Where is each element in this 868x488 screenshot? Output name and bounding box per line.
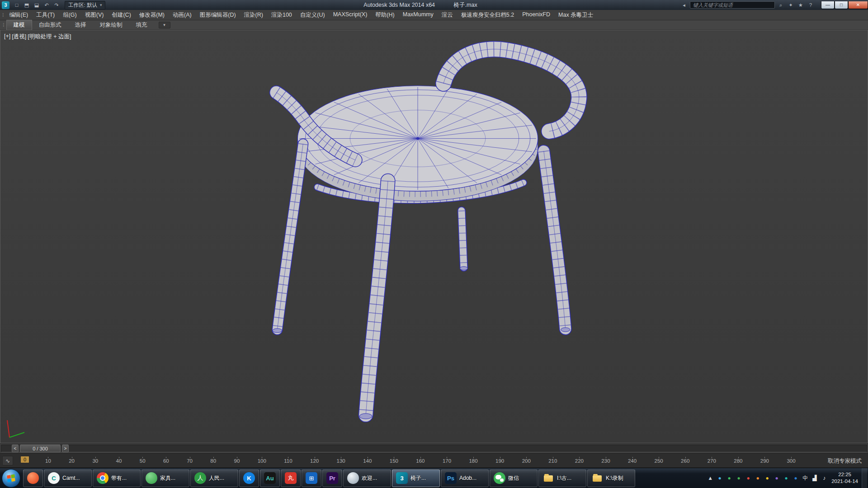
cancel-expert-mode-button[interactable]: 取消专家模式	[828, 457, 862, 465]
3dsmax-logo-icon[interactable]: 3	[2, 1, 9, 9]
menu-item[interactable]: Max 杀毒卫士	[554, 10, 597, 20]
green1-button[interactable]: 家具...	[142, 469, 189, 487]
mini-curve-editor-icon[interactable]: ∿	[2, 456, 13, 465]
ruler-tick-label: 130	[337, 457, 345, 464]
taskbar-clock[interactable]: 22:25 2021-04-14	[831, 471, 858, 485]
photoshop-button[interactable]: PsAdob...	[441, 469, 489, 487]
toolbar-drag-handle-icon[interactable]: ⁞⁞	[0, 13, 5, 18]
menu-item[interactable]: 创建(C)	[108, 10, 135, 20]
ruler-tick-label: 60	[163, 457, 169, 464]
camtasia-button[interactable]: CCamt...	[44, 469, 92, 487]
tray-orange-icon[interactable]: ●	[753, 473, 762, 483]
maximize-button[interactable]: □	[835, 1, 848, 9]
search-icon[interactable]: ⌕	[777, 1, 785, 9]
track-bar[interactable]: ∿ 0 102030405060708090100110120130140150…	[0, 453, 868, 468]
menu-item[interactable]: 组(G)	[59, 10, 81, 20]
perspective-viewport[interactable]: [+] [透视] [明暗处理 + 边面]	[0, 30, 868, 443]
ribbon-tab[interactable]: 自由形式	[32, 20, 68, 30]
collapse-icon[interactable]: ◂	[680, 1, 688, 9]
workspace-dropdown[interactable]: 工作区: 默认 ▾	[65, 1, 105, 9]
next-frame-button[interactable]: >	[62, 445, 69, 452]
menu-item[interactable]: 工具(T)	[32, 10, 59, 20]
chrome-button[interactable]: 带有...	[93, 469, 141, 487]
tray-network-icon[interactable]: ▟	[810, 473, 819, 483]
close-button[interactable]: ✕	[848, 1, 868, 9]
audition-button[interactable]: Au	[260, 469, 280, 487]
menu-item[interactable]: 视图(V)	[81, 10, 108, 20]
tray-blue-icon[interactable]: ●	[791, 473, 800, 483]
time-slider-row: < 0 / 300 >	[0, 443, 868, 453]
menu-item[interactable]: 渲染(R)	[240, 10, 267, 20]
viewport-menu-shading[interactable]: [明暗处理 + 边面]	[28, 33, 71, 41]
current-frame-marker[interactable]: 0	[21, 456, 29, 463]
undo-icon[interactable]: ↶	[42, 1, 51, 9]
tray-expand-icon[interactable]: ▲	[706, 473, 715, 483]
world-axis-gizmo	[3, 418, 26, 439]
time-slider-handle[interactable]: 0 / 300	[20, 445, 61, 452]
tray-wechat-icon[interactable]: ●	[725, 473, 734, 483]
menu-item[interactable]: 极速瘦身安全归档5.2	[457, 10, 518, 20]
time-slider-track[interactable]	[1, 445, 867, 452]
green2-button[interactable]: 人人民...	[190, 469, 238, 487]
menu-item[interactable]: 自定义(U)	[296, 10, 329, 20]
folder-icon	[591, 472, 603, 484]
menu-item[interactable]: PhoenixFD	[518, 10, 554, 20]
save-file-icon[interactable]: ⬓	[32, 1, 41, 9]
ruler-tick-label: 240	[628, 457, 637, 464]
viewport-menu-plus[interactable]: [+]	[4, 33, 10, 41]
help-icon[interactable]: ?	[807, 1, 815, 9]
green2-icon: 人	[194, 472, 206, 484]
tiles-icon: ⊞	[306, 472, 317, 484]
redo-icon[interactable]: ↷	[52, 1, 61, 9]
ruler-tick-label: 300	[787, 457, 795, 464]
communication-center-icon[interactable]: ✦	[787, 1, 795, 9]
menu-item[interactable]: 渲云	[438, 10, 457, 20]
sphere-button[interactable]: 欢迎...	[343, 469, 391, 487]
previous-frame-button[interactable]: <	[12, 445, 19, 452]
tray-volume-icon[interactable]: ♪	[820, 473, 829, 483]
favorites-star-icon[interactable]: ★	[797, 1, 805, 9]
premiere-button[interactable]: Pr	[322, 469, 342, 487]
ruler-ticks: 1020304050607080901001101201301401501601…	[45, 457, 796, 464]
browser-button[interactable]	[23, 469, 43, 487]
tray-qq-icon[interactable]: ●	[715, 473, 724, 483]
ribbon-tab[interactable]: 建模	[6, 20, 32, 30]
max-app-button[interactable]: 3椅子...	[392, 469, 440, 487]
tray-360-icon[interactable]: ●	[734, 473, 743, 483]
chair-model[interactable]	[0, 30, 868, 443]
kuaijianji-button[interactable]: K	[239, 469, 259, 487]
menu-item[interactable]: 动画(A)	[169, 10, 196, 20]
menu-item[interactable]: 帮助(H)	[371, 10, 398, 20]
wan-button[interactable]: 丸	[281, 469, 301, 487]
start-button[interactable]	[2, 469, 20, 488]
tray-purple-icon[interactable]: ●	[772, 473, 781, 483]
infocenter: ◂ ⌕ ✦ ★ ? — □ ✕	[680, 1, 868, 9]
folder-button[interactable]: I:\古...	[538, 469, 586, 487]
show-desktop-button[interactable]	[862, 468, 867, 488]
menu-item[interactable]: MAXScript(X)	[329, 10, 372, 20]
ruler-tick-label: 140	[363, 457, 372, 464]
menu-item[interactable]: 渲染100	[267, 10, 296, 20]
ribbon-tab[interactable]: 选择	[68, 20, 93, 30]
new-file-icon[interactable]: □	[12, 1, 21, 9]
open-file-icon[interactable]: ⬒	[22, 1, 31, 9]
ribbon-tab[interactable]: 对象绘制	[93, 20, 129, 30]
tray-teal-icon[interactable]: ●	[782, 473, 791, 483]
ruler-tick-label: 70	[187, 457, 193, 464]
viewport-menu-view[interactable]: [透视]	[12, 33, 26, 41]
menu-item[interactable]: MaxMummy	[399, 10, 438, 20]
search-input[interactable]	[690, 1, 775, 9]
wechat-app-button[interactable]: 微信	[490, 469, 538, 487]
tray-yellow-icon[interactable]: ●	[763, 473, 772, 483]
tray-red-icon[interactable]: ●	[744, 473, 753, 483]
folder-button[interactable]: K:\录制	[587, 469, 635, 487]
ribbon-drag-handle-icon[interactable]: ⁞⁞	[0, 23, 6, 28]
ribbon-minimize-icon[interactable]: ▾	[159, 22, 170, 28]
menu-item[interactable]: 修改器(M)	[135, 10, 169, 20]
ribbon-tab[interactable]: 填充	[129, 20, 154, 30]
menu-item[interactable]: 编辑(E)	[5, 10, 33, 20]
tiles-button[interactable]: ⊞	[302, 469, 321, 487]
tray-ime-icon[interactable]: 中	[801, 473, 810, 483]
menu-item[interactable]: 图形编辑器(D)	[196, 10, 240, 20]
minimize-button[interactable]: —	[821, 1, 835, 9]
